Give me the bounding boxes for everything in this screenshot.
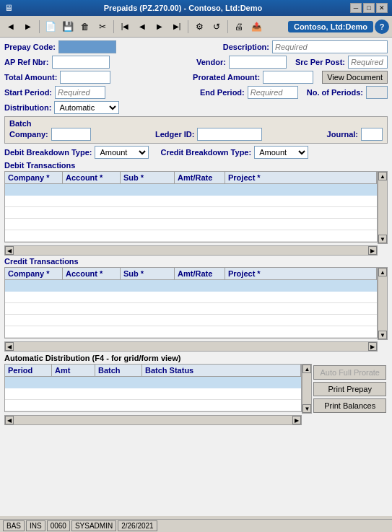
auto-dist-col-batch-status: Batch Status [142, 365, 301, 376]
credit-empty-row-2 [5, 303, 377, 315]
auto-dist-grid-main: Period Amt Batch Batch Status [4, 364, 302, 414]
auto-dist-hscroll-track [14, 417, 292, 424]
description-input[interactable] [272, 40, 388, 53]
credit-vscroll[interactable]: ▲ ▼ [378, 267, 388, 340]
period-row: Start Period: End Period: No. of Periods… [4, 86, 388, 99]
settings-button[interactable]: ⚙ [191, 19, 207, 35]
ap-ref-nbr-label: AP Ref Nbr: [4, 58, 49, 66]
start-period-input[interactable] [55, 86, 105, 99]
batch-company-input[interactable]: 0060 [51, 128, 91, 141]
sep4 [227, 20, 228, 33]
breakdown-row: Debit Breakdown Type: Amount Credit Brea… [4, 146, 388, 159]
credit-col-project: Project * [225, 268, 377, 279]
title-bar: 🖥 Prepaids (PZ.270.00) - Contoso, Ltd:De… [0, 0, 392, 16]
end-period-input[interactable] [248, 86, 298, 99]
vendor-input[interactable] [229, 56, 287, 69]
src-per-post-input[interactable] [348, 56, 388, 69]
batch-ledger-id-input[interactable]: 0000000000 [197, 128, 262, 141]
debit-scroll-up[interactable]: ▲ [378, 172, 387, 180]
credit-selected-row[interactable] [5, 280, 377, 292]
print-prepay-button[interactable]: Print Prepay [313, 382, 386, 396]
status-date: 2/26/2021 [118, 520, 157, 531]
debit-breakdown-select[interactable]: Amount [95, 146, 149, 159]
batch-journal-label: Journal: [327, 130, 358, 139]
main-content: Prepay Code: Description: AP Ref Nbr: Ve… [0, 38, 392, 516]
close-button[interactable]: ✕ [376, 3, 388, 13]
src-per-post-label: Src Per Post: [295, 58, 345, 66]
ap-ref-row: AP Ref Nbr: Vendor: Src Per Post: [4, 56, 388, 69]
export-button[interactable]: 📤 [248, 19, 264, 35]
ap-ref-nbr-input[interactable] [52, 56, 110, 69]
debit-hscroll-left[interactable]: ◀ [5, 246, 14, 255]
save-button[interactable]: 💾 [60, 19, 76, 35]
auto-dist-scroll-up[interactable]: ▲ [302, 365, 311, 373]
window-controls: ─ □ ✕ [350, 3, 388, 13]
status-ins: INS [26, 520, 45, 531]
prepay-code-input[interactable] [58, 40, 116, 53]
credit-col-company: Company * [5, 268, 63, 279]
auto-dist-header: Period Amt Batch Batch Status [5, 365, 301, 377]
first-record-button[interactable]: |◀ [117, 19, 133, 35]
sep3 [188, 20, 188, 33]
debit-col-sub: Sub * [121, 172, 175, 183]
credit-scroll-up[interactable]: ▲ [378, 268, 387, 276]
delete-button[interactable]: 🗑 [77, 19, 93, 35]
print-balances-button[interactable]: Print Balances [313, 398, 386, 413]
auto-dist-col-batch: Batch [95, 365, 142, 376]
debit-empty-row-1 [5, 196, 377, 207]
total-amount-input[interactable]: 0.00 [60, 71, 110, 84]
maximize-button[interactable]: □ [363, 3, 375, 13]
credit-breakdown-select[interactable]: Amount [254, 146, 308, 159]
prev-record-button[interactable]: ◀ [134, 19, 150, 35]
refresh-button[interactable]: ↺ [209, 19, 225, 35]
auto-dist-col-amt: Amt [52, 365, 95, 376]
help-button[interactable]: ? [375, 19, 389, 34]
auto-dist-label: Automatic Distribution (F4 - for grid/fo… [4, 354, 388, 362]
debit-scroll-down[interactable]: ▼ [378, 235, 387, 243]
debit-grid-container: Company * Account * Sub * Amt/Rate Proje… [4, 171, 388, 244]
auto-dist-grid: Period Amt Batch Batch Status [4, 364, 302, 412]
toolbar: ◀ ▶ 📄 💾 🗑 ✂ |◀ ◀ ▶ ▶| ⚙ ↺ 🖨 📤 Contoso, L… [0, 16, 392, 38]
auto-dist-scroll-down[interactable]: ▼ [302, 404, 311, 413]
distribution-label: Distribution: [4, 103, 51, 112]
cut-button[interactable]: ✂ [95, 19, 110, 35]
credit-scroll-down[interactable]: ▼ [378, 331, 387, 339]
batch-journal-input[interactable]: GJ [361, 128, 383, 141]
new-button[interactable]: 📄 [43, 19, 58, 35]
credit-col-amt: Amt/Rate [175, 268, 225, 279]
company-badge: Contoso, Ltd:Demo [288, 21, 373, 32]
debit-hscroll-right[interactable]: ▶ [368, 246, 377, 255]
credit-hscroll-left[interactable]: ◀ [5, 342, 14, 351]
auto-dist-hscroll-right[interactable]: ▶ [292, 416, 301, 424]
window-title: Prepaids (PZ.270.00) - Contoso, Ltd:Demo [104, 4, 262, 12]
auto-dist-selected-row[interactable] [5, 377, 301, 388]
description-label: Description: [223, 43, 269, 51]
last-record-button[interactable]: ▶| [169, 19, 185, 35]
back-nav-button[interactable]: ◀ [3, 19, 19, 35]
prorated-amount-input[interactable]: 0.00 [263, 71, 313, 84]
debit-hscroll[interactable]: ◀ ▶ [4, 245, 378, 256]
forward-nav-button[interactable]: ▶ [20, 19, 36, 35]
credit-hscroll-right[interactable]: ▶ [368, 342, 377, 351]
auto-dist-bottom: Period Amt Batch Batch Status ▲ [4, 364, 388, 425]
view-document-button[interactable]: View Document [322, 71, 388, 84]
print-button[interactable]: 🖨 [231, 19, 247, 35]
auto-dist-hscroll[interactable]: ◀ ▶ [4, 415, 302, 425]
distribution-select[interactable]: Automatic [54, 101, 119, 114]
next-record-button[interactable]: ▶ [152, 19, 167, 35]
credit-empty-row-4 [5, 326, 377, 338]
auto-dist-hscroll-left[interactable]: ◀ [5, 416, 14, 424]
credit-hscroll[interactable]: ◀ ▶ [4, 341, 378, 352]
minimize-button[interactable]: ─ [350, 3, 362, 13]
debit-selected-row[interactable] [5, 184, 377, 196]
auto-full-prorate-button[interactable]: Auto Full Prorate [313, 365, 386, 380]
auto-dist-vscroll[interactable]: ▲ ▼ [302, 364, 312, 414]
credit-empty-row-3 [5, 315, 377, 326]
sep2 [113, 20, 114, 33]
credit-grid-container: Company * Account * Sub * Amt/Rate Proje… [4, 267, 388, 340]
debit-vscroll[interactable]: ▲ ▼ [378, 171, 388, 244]
debit-transactions-label: Debit Transactions [4, 161, 388, 170]
batch-company-label: Company: [9, 130, 48, 139]
debit-empty-row-4 [5, 230, 377, 242]
auto-dist-empty-row-1 [5, 388, 301, 400]
